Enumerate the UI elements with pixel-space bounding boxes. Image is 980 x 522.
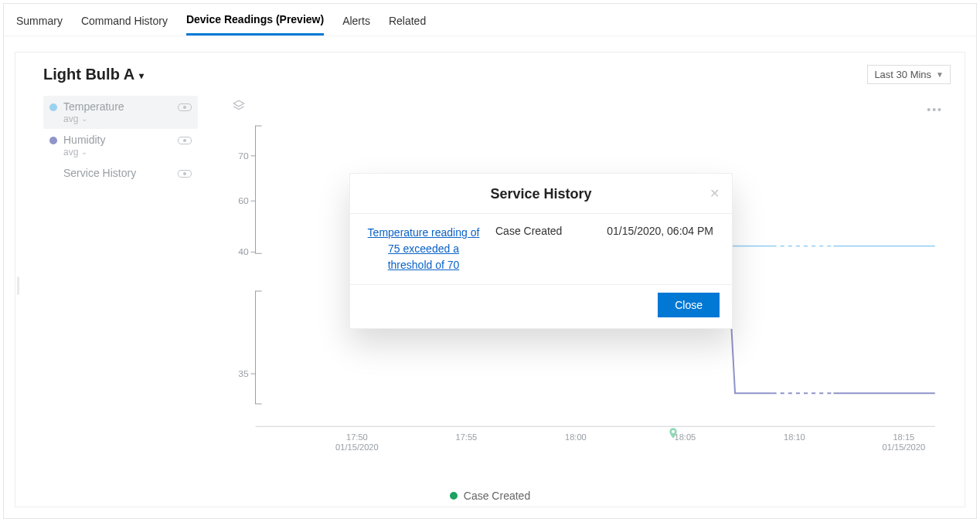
tab-related[interactable]: Related xyxy=(389,13,426,35)
caret-down-icon: ▾ xyxy=(139,70,144,81)
close-icon[interactable]: ✕ xyxy=(709,186,720,201)
dot-icon xyxy=(450,492,458,500)
visibility-toggle-icon[interactable] xyxy=(178,103,192,111)
event-marker-icon[interactable] xyxy=(667,425,679,445)
tab-summary[interactable]: Summary xyxy=(16,13,63,35)
chevron-down-icon[interactable]: ⌄ xyxy=(81,147,87,157)
tab-alerts[interactable]: Alerts xyxy=(342,13,370,35)
tab-command-history[interactable]: Command History xyxy=(81,13,168,35)
chart-bottom-legend: Case Created xyxy=(15,490,965,502)
legend-item-service-history[interactable]: Service History xyxy=(43,162,198,185)
case-link[interactable]: Temperature reading of 75 exceeded a thr… xyxy=(366,225,481,273)
readings-panel: Light Bulb A ▾ Last 30 Mins ▼ ••• Temper… xyxy=(15,52,965,507)
case-timestamp: 01/15/2020, 06:04 PM xyxy=(602,225,716,273)
swatch-temperature xyxy=(49,103,57,111)
series-legend: Temperature avg⌄ Humidity avg⌄ xyxy=(43,96,198,185)
resize-handle[interactable] xyxy=(17,276,19,295)
svg-text:40: 40 xyxy=(238,247,249,258)
svg-text:01/15/2020: 01/15/2020 xyxy=(335,442,379,452)
service-history-popover: Service History ✕ Temperature reading of… xyxy=(349,173,733,329)
legend-label: Humidity xyxy=(63,134,105,147)
svg-point-22 xyxy=(672,430,675,433)
time-range-select[interactable]: Last 30 Mins ▼ xyxy=(867,65,951,84)
chart-legend-label: Case Created xyxy=(464,490,530,502)
legend-label: Temperature xyxy=(63,100,124,114)
device-picker[interactable]: Light Bulb A ▾ xyxy=(43,66,144,83)
svg-text:18:10: 18:10 xyxy=(784,432,805,442)
visibility-toggle-icon[interactable] xyxy=(178,170,192,178)
tab-bar: Summary Command History Device Readings … xyxy=(4,4,976,36)
device-title: Light Bulb A xyxy=(43,66,134,83)
legend-item-humidity[interactable]: Humidity avg⌄ xyxy=(43,129,198,162)
svg-text:18:00: 18:00 xyxy=(565,432,587,442)
tab-device-readings[interactable]: Device Readings (Preview) xyxy=(186,12,324,36)
app-frame: Summary Command History Device Readings … xyxy=(3,3,977,519)
svg-text:17:55: 17:55 xyxy=(455,432,477,442)
popover-title: Service History xyxy=(490,186,591,202)
chevron-down-icon[interactable]: ⌄ xyxy=(81,114,87,124)
svg-text:60: 60 xyxy=(238,195,249,206)
swatch-humidity xyxy=(49,137,57,144)
visibility-toggle-icon[interactable] xyxy=(178,137,192,144)
panel-header: Light Bulb A ▾ Last 30 Mins ▼ xyxy=(15,53,965,89)
svg-text:70: 70 xyxy=(238,151,249,161)
svg-text:17:50: 17:50 xyxy=(346,432,368,442)
close-button[interactable]: Close xyxy=(658,293,720,317)
svg-text:18:15: 18:15 xyxy=(893,432,914,442)
case-status: Case Created xyxy=(495,225,588,273)
svg-text:01/15/2020: 01/15/2020 xyxy=(883,442,926,452)
legend-item-temperature[interactable]: Temperature avg⌄ xyxy=(43,96,198,129)
time-range-label: Last 30 Mins xyxy=(874,69,931,80)
svg-text:35: 35 xyxy=(238,368,249,379)
caret-down-icon: ▼ xyxy=(936,70,944,79)
legend-label: Service History xyxy=(63,167,136,180)
